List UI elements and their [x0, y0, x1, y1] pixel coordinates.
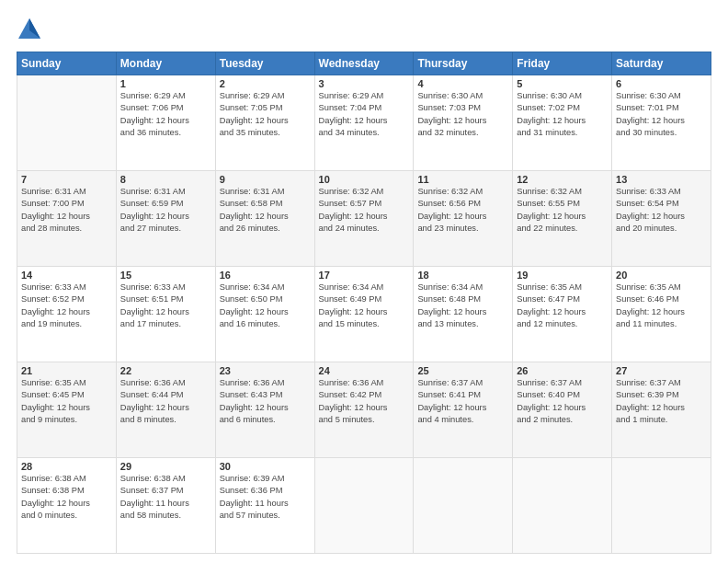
sun-info: Sunrise: 6:33 AMSunset: 6:54 PMDaylight:… — [616, 186, 707, 236]
calendar-cell: 4Sunrise: 6:30 AMSunset: 7:03 PMDaylight… — [414, 75, 513, 171]
day-number: 30 — [220, 461, 311, 472]
sun-info: Sunrise: 6:37 AMSunset: 6:41 PMDaylight:… — [417, 377, 508, 427]
calendar-cell: 30Sunrise: 6:39 AMSunset: 6:36 PMDayligh… — [215, 458, 314, 554]
day-number: 5 — [517, 78, 608, 89]
calendar-cell: 5Sunrise: 6:30 AMSunset: 7:02 PMDaylight… — [513, 75, 612, 171]
sun-info: Sunrise: 6:29 AMSunset: 7:05 PMDaylight:… — [220, 90, 311, 140]
calendar-cell: 3Sunrise: 6:29 AMSunset: 7:04 PMDaylight… — [314, 75, 414, 171]
day-number: 16 — [220, 270, 311, 281]
sun-info: Sunrise: 6:37 AMSunset: 6:40 PMDaylight:… — [517, 377, 608, 427]
calendar-cell: 10Sunrise: 6:32 AMSunset: 6:57 PMDayligh… — [314, 171, 414, 267]
calendar-cell: 17Sunrise: 6:34 AMSunset: 6:49 PMDayligh… — [314, 267, 414, 362]
sun-info: Sunrise: 6:31 AMSunset: 6:59 PMDaylight:… — [120, 186, 211, 236]
calendar-cell: 20Sunrise: 6:35 AMSunset: 6:46 PMDayligh… — [612, 267, 711, 362]
weekday-header: Thursday — [414, 52, 513, 75]
sun-info: Sunrise: 6:31 AMSunset: 6:58 PMDaylight:… — [220, 186, 311, 236]
day-number: 8 — [120, 174, 211, 185]
day-number: 9 — [220, 174, 311, 185]
calendar-cell: 25Sunrise: 6:37 AMSunset: 6:41 PMDayligh… — [414, 362, 513, 458]
day-number: 20 — [616, 270, 707, 281]
day-number: 17 — [319, 270, 410, 281]
weekday-header: Friday — [513, 52, 612, 75]
calendar-cell — [513, 458, 612, 554]
weekday-header: Saturday — [612, 52, 711, 75]
calendar-cell: 15Sunrise: 6:33 AMSunset: 6:51 PMDayligh… — [116, 267, 215, 362]
calendar: SundayMondayTuesdayWednesdayThursdayFrid… — [17, 52, 711, 554]
sun-info: Sunrise: 6:38 AMSunset: 6:38 PMDaylight:… — [21, 473, 112, 523]
page: SundayMondayTuesdayWednesdayThursdayFrid… — [0, 0, 728, 563]
day-number: 26 — [517, 365, 608, 376]
calendar-cell — [414, 458, 513, 554]
calendar-cell — [17, 75, 117, 171]
sun-info: Sunrise: 6:29 AMSunset: 7:04 PMDaylight:… — [319, 90, 410, 140]
sun-info: Sunrise: 6:32 AMSunset: 6:56 PMDaylight:… — [417, 186, 508, 236]
sun-info: Sunrise: 6:32 AMSunset: 6:57 PMDaylight:… — [319, 186, 410, 236]
day-number: 23 — [220, 365, 311, 376]
sun-info: Sunrise: 6:35 AMSunset: 6:46 PMDaylight:… — [616, 282, 707, 331]
day-number: 4 — [417, 78, 508, 89]
calendar-cell: 11Sunrise: 6:32 AMSunset: 6:56 PMDayligh… — [414, 171, 513, 267]
day-number: 27 — [616, 365, 707, 376]
day-number: 18 — [417, 270, 508, 281]
calendar-cell: 28Sunrise: 6:38 AMSunset: 6:38 PMDayligh… — [17, 458, 117, 554]
calendar-cell: 24Sunrise: 6:36 AMSunset: 6:42 PMDayligh… — [314, 362, 414, 458]
sun-info: Sunrise: 6:38 AMSunset: 6:37 PMDaylight:… — [120, 473, 211, 523]
sun-info: Sunrise: 6:30 AMSunset: 7:01 PMDaylight:… — [616, 90, 707, 140]
day-number: 24 — [319, 365, 410, 376]
day-number: 29 — [120, 461, 211, 472]
calendar-cell: 6Sunrise: 6:30 AMSunset: 7:01 PMDaylight… — [612, 75, 711, 171]
sun-info: Sunrise: 6:33 AMSunset: 6:52 PMDaylight:… — [21, 282, 112, 331]
weekday-header: Wednesday — [314, 52, 414, 75]
calendar-cell: 2Sunrise: 6:29 AMSunset: 7:05 PMDaylight… — [215, 75, 314, 171]
sun-info: Sunrise: 6:30 AMSunset: 7:02 PMDaylight:… — [517, 90, 608, 140]
sun-info: Sunrise: 6:35 AMSunset: 6:45 PMDaylight:… — [21, 377, 112, 427]
day-number: 1 — [120, 78, 211, 89]
header — [17, 17, 711, 42]
sun-info: Sunrise: 6:36 AMSunset: 6:43 PMDaylight:… — [220, 377, 311, 427]
calendar-cell: 8Sunrise: 6:31 AMSunset: 6:59 PMDaylight… — [116, 171, 215, 267]
calendar-cell: 7Sunrise: 6:31 AMSunset: 7:00 PMDaylight… — [17, 171, 117, 267]
calendar-cell: 19Sunrise: 6:35 AMSunset: 6:47 PMDayligh… — [513, 267, 612, 362]
day-number: 28 — [21, 461, 112, 472]
calendar-cell: 26Sunrise: 6:37 AMSunset: 6:40 PMDayligh… — [513, 362, 612, 458]
calendar-cell: 1Sunrise: 6:29 AMSunset: 7:06 PMDaylight… — [116, 75, 215, 171]
calendar-cell: 22Sunrise: 6:36 AMSunset: 6:44 PMDayligh… — [116, 362, 215, 458]
day-number: 2 — [220, 78, 311, 89]
day-number: 11 — [417, 174, 508, 185]
logo-icon — [17, 17, 42, 42]
day-number: 19 — [517, 270, 608, 281]
calendar-cell — [314, 458, 414, 554]
calendar-cell: 14Sunrise: 6:33 AMSunset: 6:52 PMDayligh… — [17, 267, 117, 362]
weekday-header: Sunday — [17, 52, 117, 75]
sun-info: Sunrise: 6:33 AMSunset: 6:51 PMDaylight:… — [120, 282, 211, 331]
day-number: 15 — [120, 270, 211, 281]
weekday-header: Tuesday — [215, 52, 314, 75]
sun-info: Sunrise: 6:31 AMSunset: 7:00 PMDaylight:… — [21, 186, 112, 236]
day-number: 22 — [120, 365, 211, 376]
sun-info: Sunrise: 6:37 AMSunset: 6:39 PMDaylight:… — [616, 377, 707, 427]
day-number: 3 — [319, 78, 410, 89]
sun-info: Sunrise: 6:34 AMSunset: 6:48 PMDaylight:… — [417, 282, 508, 331]
sun-info: Sunrise: 6:36 AMSunset: 6:44 PMDaylight:… — [120, 377, 211, 427]
sun-info: Sunrise: 6:39 AMSunset: 6:36 PMDaylight:… — [220, 473, 311, 523]
logo — [17, 17, 46, 42]
day-number: 10 — [319, 174, 410, 185]
weekday-header: Monday — [116, 52, 215, 75]
calendar-cell: 18Sunrise: 6:34 AMSunset: 6:48 PMDayligh… — [414, 267, 513, 362]
sun-info: Sunrise: 6:30 AMSunset: 7:03 PMDaylight:… — [417, 90, 508, 140]
calendar-cell: 21Sunrise: 6:35 AMSunset: 6:45 PMDayligh… — [17, 362, 117, 458]
calendar-cell: 12Sunrise: 6:32 AMSunset: 6:55 PMDayligh… — [513, 171, 612, 267]
day-number: 21 — [21, 365, 112, 376]
sun-info: Sunrise: 6:32 AMSunset: 6:55 PMDaylight:… — [517, 186, 608, 236]
day-number: 12 — [517, 174, 608, 185]
day-number: 13 — [616, 174, 707, 185]
sun-info: Sunrise: 6:29 AMSunset: 7:06 PMDaylight:… — [120, 90, 211, 140]
calendar-cell: 27Sunrise: 6:37 AMSunset: 6:39 PMDayligh… — [612, 362, 711, 458]
calendar-cell: 13Sunrise: 6:33 AMSunset: 6:54 PMDayligh… — [612, 171, 711, 267]
day-number: 14 — [21, 270, 112, 281]
day-number: 25 — [417, 365, 508, 376]
sun-info: Sunrise: 6:35 AMSunset: 6:47 PMDaylight:… — [517, 282, 608, 331]
sun-info: Sunrise: 6:34 AMSunset: 6:49 PMDaylight:… — [319, 282, 410, 331]
calendar-cell: 29Sunrise: 6:38 AMSunset: 6:37 PMDayligh… — [116, 458, 215, 554]
calendar-cell: 9Sunrise: 6:31 AMSunset: 6:58 PMDaylight… — [215, 171, 314, 267]
